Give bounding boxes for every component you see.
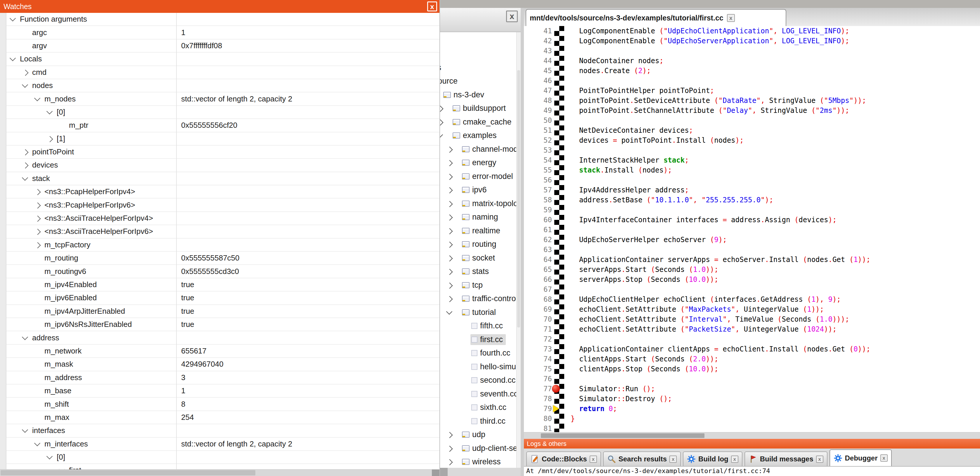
tree-item-udp-client-server[interactable]: udp-client-server bbox=[447, 441, 517, 455]
watches-titlebar[interactable]: Watches x bbox=[0, 0, 439, 13]
chevron-right-icon[interactable] bbox=[447, 215, 453, 221]
watch-row[interactable]: m_ipv4Enabledtrue bbox=[6, 278, 439, 292]
line-number[interactable]: 61 bbox=[524, 225, 552, 235]
chevron-right-icon[interactable] bbox=[47, 136, 53, 142]
tree-item-error-model[interactable]: error-model bbox=[447, 169, 517, 183]
tree-item-routing[interactable]: routing bbox=[447, 238, 517, 251]
chevron-down-icon[interactable] bbox=[34, 95, 40, 101]
tree-item-hello-simulator-cc[interactable]: hello-simulator.cc bbox=[457, 360, 517, 374]
line-number[interactable]: 47 bbox=[524, 86, 552, 96]
logs-tab-debugger[interactable]: Debuggerx bbox=[829, 449, 892, 466]
chevron-right-icon[interactable] bbox=[447, 160, 453, 166]
watch-row[interactable]: m_network655617 bbox=[6, 345, 439, 358]
watches-horizontal-scrollbar[interactable] bbox=[0, 469, 439, 476]
chevron-right-icon[interactable] bbox=[447, 283, 453, 289]
line-number[interactable]: 70 bbox=[524, 314, 552, 324]
tree-item-naming[interactable]: naming bbox=[447, 211, 517, 224]
watch-row[interactable]: stack bbox=[6, 172, 439, 185]
line-number[interactable]: 56 bbox=[524, 175, 552, 185]
chevron-right-icon[interactable] bbox=[22, 163, 28, 169]
line-number[interactable]: 50 bbox=[524, 115, 552, 125]
tree-item-ipv6[interactable]: ipv6 bbox=[447, 183, 517, 197]
chevron-right-icon[interactable] bbox=[447, 432, 453, 438]
chevron-right-icon[interactable] bbox=[35, 202, 41, 208]
chevron-right-icon[interactable] bbox=[447, 147, 453, 153]
chevron-down-icon[interactable] bbox=[10, 55, 16, 61]
line-number[interactable]: 41 bbox=[524, 26, 552, 36]
line-number[interactable]: 57 bbox=[524, 185, 552, 195]
watch-row[interactable]: m_max254 bbox=[6, 411, 439, 424]
watch-row[interactable]: Locals bbox=[6, 53, 439, 66]
line-number[interactable]: 43 bbox=[524, 46, 552, 56]
watch-row[interactable]: m_routing0x555555587c50 bbox=[6, 252, 439, 265]
logs-titlebar[interactable]: Logs & others bbox=[524, 439, 980, 449]
watch-row[interactable]: argc1 bbox=[6, 26, 439, 39]
line-number[interactable]: 42 bbox=[524, 36, 552, 46]
tree-item-matrix-topology[interactable]: matrix-topology bbox=[447, 197, 517, 211]
chevron-down-icon[interactable] bbox=[10, 15, 16, 21]
chevron-right-icon[interactable] bbox=[35, 216, 41, 222]
watch-row[interactable]: cmd bbox=[6, 66, 439, 79]
close-icon[interactable]: x bbox=[731, 455, 738, 463]
line-number[interactable]: 62 bbox=[524, 235, 552, 245]
line-number[interactable]: 45 bbox=[524, 66, 552, 76]
watch-row[interactable]: [0] bbox=[6, 451, 439, 464]
watch-row[interactable]: pointToPoint bbox=[6, 145, 439, 159]
watch-row[interactable]: <ns3::PcapHelperForIpv4> bbox=[6, 185, 439, 198]
tree-item-udp[interactable]: udp bbox=[447, 428, 517, 442]
line-number[interactable]: 46 bbox=[524, 76, 552, 86]
watch-row[interactable]: first bbox=[6, 464, 439, 470]
line-number[interactable]: 67 bbox=[524, 284, 552, 294]
watch-row[interactable]: m_tcpFactory bbox=[6, 239, 439, 252]
line-number[interactable]: 75 bbox=[524, 364, 552, 374]
chevron-down-icon[interactable] bbox=[22, 426, 28, 433]
editor-horizontal-scrollbar[interactable] bbox=[524, 432, 980, 439]
watch-row[interactable]: m_ipv6Enabledtrue bbox=[6, 292, 439, 305]
watch-row[interactable]: devices bbox=[6, 159, 439, 172]
line-number[interactable]: 60 bbox=[524, 215, 552, 225]
watches-scrollbar-thumb[interactable] bbox=[1, 470, 255, 475]
tree-item-wireless[interactable]: wireless bbox=[447, 455, 517, 468]
line-number[interactable]: 51 bbox=[524, 125, 552, 135]
chevron-right-icon[interactable] bbox=[447, 446, 453, 452]
editor-body[interactable]: 41 LogComponentEnable ("UdpEchoClientApp… bbox=[524, 26, 980, 433]
watch-row[interactable]: <ns3::AsciiTraceHelperForIpv4> bbox=[6, 212, 439, 225]
file-tree-vertical-scrollbar[interactable] bbox=[516, 32, 521, 468]
tree-item-realtime[interactable]: realtime bbox=[447, 224, 517, 238]
line-number[interactable]: 63 bbox=[524, 245, 552, 255]
chevron-down-icon[interactable] bbox=[34, 440, 40, 446]
watch-row[interactable]: m_shift8 bbox=[6, 398, 439, 411]
line-number[interactable]: 65 bbox=[524, 265, 552, 275]
close-icon[interactable]: x bbox=[816, 455, 823, 463]
file-tree-scrollbar-thumb[interactable] bbox=[517, 70, 520, 327]
tree-item-third-cc[interactable]: third.cc bbox=[457, 414, 517, 428]
watch-row[interactable]: m_ipv4ArpJitterEnabledtrue bbox=[6, 305, 439, 318]
line-number[interactable]: 77 bbox=[524, 384, 552, 394]
chevron-right-icon[interactable] bbox=[447, 201, 453, 207]
line-number[interactable]: 59 bbox=[524, 205, 552, 215]
logs-tab-build-log[interactable]: Build logx bbox=[683, 452, 743, 466]
line-number[interactable]: 69 bbox=[524, 304, 552, 314]
editor-scrollbar-thumb[interactable] bbox=[541, 433, 705, 438]
line-number[interactable]: 81 bbox=[524, 424, 552, 433]
tree-item-socket[interactable]: socket bbox=[447, 251, 517, 265]
tree-item-tutorial[interactable]: tutorial bbox=[447, 305, 517, 319]
tree-item-examples[interactable]: examples bbox=[439, 129, 517, 143]
chevron-right-icon[interactable] bbox=[447, 187, 453, 193]
line-number[interactable]: 53 bbox=[524, 145, 552, 155]
line-number[interactable]: 76 bbox=[524, 374, 552, 384]
chevron-right-icon[interactable] bbox=[35, 189, 41, 195]
chevron-down-icon[interactable] bbox=[446, 308, 452, 315]
line-number[interactable]: 55 bbox=[524, 165, 552, 175]
watch-row[interactable]: <ns3::AsciiTraceHelperForIpv6> bbox=[6, 225, 439, 238]
chevron-right-icon[interactable] bbox=[439, 119, 444, 125]
line-number[interactable]: 73 bbox=[524, 344, 552, 354]
close-icon[interactable]: x bbox=[427, 2, 437, 11]
close-icon[interactable]: x bbox=[506, 11, 518, 22]
tree-item-source[interactable]: source bbox=[439, 75, 517, 88]
watch-row[interactable]: [1] bbox=[6, 133, 439, 145]
watches-column-divider[interactable] bbox=[176, 13, 177, 470]
chevron-right-icon[interactable] bbox=[35, 229, 41, 235]
close-icon[interactable]: x bbox=[880, 454, 888, 462]
line-number[interactable]: 52 bbox=[524, 135, 552, 145]
